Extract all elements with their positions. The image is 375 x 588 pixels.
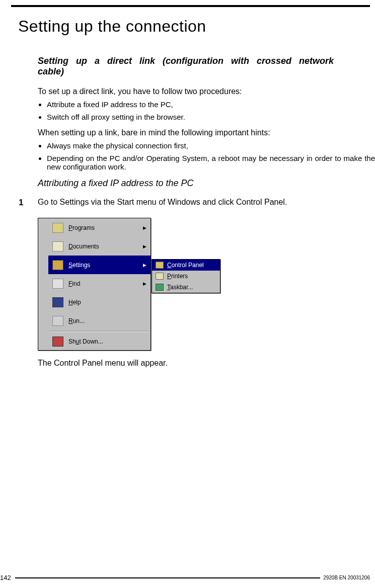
programs-icon: [51, 222, 64, 234]
run-icon: [51, 315, 64, 327]
intro-paragraph: To set up a direct link, you have to fol…: [38, 87, 375, 96]
submenu-item-taskbar[interactable]: Taskbar...: [152, 282, 220, 293]
footer-rule: [15, 577, 320, 578]
menu-item-find[interactable]: Find ▶: [48, 274, 151, 293]
step-1: 1 Go to Settings via the Start menu of W…: [19, 198, 375, 208]
hints-intro: When setting up a link, bare in mind the…: [38, 128, 375, 137]
chevron-right-icon: ▶: [143, 244, 146, 249]
help-icon: [51, 296, 64, 308]
page-title: Setting up the connection: [18, 17, 375, 36]
page-footer: 142 2920B EN 20031206: [0, 574, 370, 581]
start-menu-banner: [38, 218, 48, 350]
page-number: 142: [0, 574, 14, 581]
submenu-item-control-panel[interactable]: Control Panel: [152, 260, 220, 271]
submenu-item-printers[interactable]: Printers: [152, 271, 220, 282]
step-text: Go to Settings via the Start menu of Win…: [38, 198, 287, 207]
printers-icon: [155, 272, 164, 280]
list-item: Switch off all proxy setting in the brow…: [47, 113, 375, 121]
menu-item-run[interactable]: Run...: [48, 311, 151, 330]
menu-item-documents[interactable]: Documents ▶: [48, 237, 151, 256]
control-panel-icon: [155, 261, 164, 269]
hints-list: Always make the physical connection firs…: [38, 141, 375, 171]
list-item: Depending on the PC and/or Operating Sys…: [47, 154, 375, 171]
list-item: Always make the physical connection firs…: [47, 141, 375, 150]
top-rule: [11, 5, 370, 7]
settings-submenu: Control Panel Printers Taskbar...: [152, 259, 220, 293]
documents-icon: [51, 240, 64, 253]
taskbar-icon: [155, 283, 164, 291]
document-id: 2920B EN 20031206: [323, 575, 370, 580]
start-menu: Programs ▶ Documents ▶ Settings ▶: [38, 218, 151, 351]
chevron-right-icon: ▶: [143, 281, 146, 286]
procedure-list: Attribute a fixed IP address to the PC, …: [38, 100, 375, 121]
step-number: 1: [19, 198, 38, 208]
list-item: Attribute a fixed IP address to the PC,: [47, 100, 375, 109]
menu-item-help[interactable]: Help: [48, 293, 151, 311]
settings-icon: [51, 259, 64, 271]
section-subhead: Setting up a direct link (configuration …: [38, 56, 375, 77]
chevron-right-icon: ▶: [143, 263, 146, 268]
menu-item-settings[interactable]: Settings ▶: [48, 256, 151, 274]
after-menu-text: The Control Panel menu will appear.: [38, 359, 375, 368]
menu-item-programs[interactable]: Programs ▶: [48, 218, 151, 237]
shutdown-icon: [51, 335, 64, 348]
menu-separator: [50, 331, 148, 332]
start-menu-screenshot: Programs ▶ Documents ▶ Settings ▶: [38, 218, 375, 351]
subsection-head: Attributing a fixed IP address to the PC: [38, 178, 375, 189]
chevron-right-icon: ▶: [143, 225, 146, 230]
find-icon: [51, 278, 64, 290]
menu-item-shutdown[interactable]: Shut Down...: [48, 333, 151, 350]
